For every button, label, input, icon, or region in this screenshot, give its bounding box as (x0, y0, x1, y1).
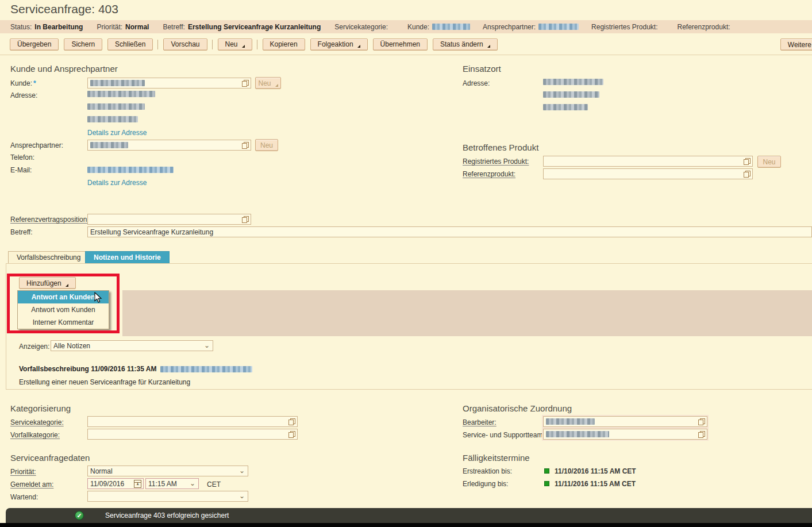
gemeldet-zeit-select[interactable]: 11:15 AM ⌄ (145, 478, 199, 489)
betreff-label: Betreff: (10, 228, 32, 236)
kopieren-button[interactable]: Kopieren (263, 39, 305, 51)
registriertes-produkt-input[interactable] (543, 156, 753, 167)
wartend-select[interactable]: ⌄ (87, 491, 248, 502)
success-check-icon: ✓ (75, 511, 84, 520)
uebergeben-button[interactable]: Übergeben (10, 39, 59, 51)
redacted-value (538, 24, 579, 30)
chevron-down-icon: ⌄ (239, 466, 245, 476)
redacted-value (87, 103, 145, 110)
prioritaet-select[interactable]: Normal ⌄ (87, 466, 248, 476)
uebernehmen-button[interactable]: Übernehmen (373, 39, 428, 51)
erledigung-value: 11/11/2016 11:15 AM CET (555, 480, 636, 488)
infobar-refprodukt-label: Referenzprodukt: (678, 23, 730, 31)
gemeldet-datum-input[interactable]: 11/09/2016 1 (87, 478, 144, 489)
value-help-copy-icon[interactable] (242, 142, 249, 149)
chevron-down-icon: ⌄ (190, 479, 195, 488)
redacted-value (87, 116, 138, 122)
note-entry-body: Erstellung einer neuen Serviceanfrage fü… (19, 378, 190, 386)
bottom-edge-strip (0, 523, 812, 527)
note-editor-area (122, 290, 812, 336)
bearbeiter-input[interactable] (543, 416, 707, 427)
kunde-input[interactable] (87, 78, 251, 89)
toolbar-divider (0, 55, 812, 55)
tab-notizen-und-historie[interactable]: Notizen und Historie (85, 251, 170, 264)
org-heading: Organisatorische Zuordnung (463, 403, 572, 413)
value-help-copy-icon[interactable] (242, 216, 249, 223)
einsatzort-adresse-label: Adresse: (463, 79, 490, 87)
vorschau-button[interactable]: Vorschau (163, 39, 207, 51)
due-status-icon (544, 468, 549, 474)
folgeaktion-button[interactable]: Folgeaktion (310, 39, 368, 51)
details-zur-adresse-link[interactable]: Details zur Adresse (87, 179, 147, 187)
referenzprodukt-input[interactable] (543, 168, 753, 179)
chevron-down-icon: ⌄ (239, 491, 245, 501)
sichern-button[interactable]: Sichern (64, 39, 102, 51)
status-aendern-button[interactable]: Status ändern (433, 39, 498, 51)
neu-button[interactable]: Neu (218, 39, 252, 51)
supportteam-input[interactable] (543, 429, 707, 440)
registriertes-produkt-label[interactable]: Registriertes Produkt: (463, 157, 529, 166)
faelligkeit-heading: Fälligkeitstermine (463, 453, 530, 463)
value-help-copy-icon[interactable] (744, 158, 751, 165)
referenzvertragsposition-label[interactable]: Referenzvertragsposition: (10, 216, 89, 224)
value-help-copy-icon[interactable] (744, 171, 751, 178)
infobar-regprodukt-label: Registriertes Produkt: (591, 23, 657, 31)
adresse-label: Adresse: (10, 91, 37, 99)
status-message: Serviceanfrage 403 erfolgreich gesichert (105, 511, 229, 520)
kunde-neu-button[interactable]: Neu (255, 77, 281, 89)
anzeigen-label: Anzeigen: (19, 343, 49, 351)
menu-arrow-icon (275, 84, 278, 87)
infobar-prio-label: Priorität: (97, 23, 122, 31)
erstreaktion-label: Erstreaktion bis: (463, 467, 512, 475)
value-help-copy-icon[interactable] (288, 431, 295, 438)
page-title: Serviceanfrage: 403 (10, 2, 118, 16)
redacted-value (87, 91, 155, 97)
schliessen-button[interactable]: Schließen (107, 39, 153, 51)
required-asterisk: * (33, 79, 36, 87)
menu-arrow-icon (242, 45, 245, 48)
erledigung-label: Erledigung bis: (463, 480, 508, 488)
gemeldet-am-label[interactable]: Gemeldet am: (10, 480, 53, 488)
redacted-value (90, 142, 128, 148)
infobar-status-value: In Bearbeitung (34, 23, 83, 31)
vorfallkategorie-input[interactable] (87, 429, 298, 440)
infobar-betreff-value: Erstellung Serviceanfrage Kurzanleitung (188, 23, 321, 31)
erstreaktion-value: 11/10/2016 11:15 AM CET (555, 467, 636, 475)
weitere-button[interactable]: Weitere M (780, 39, 812, 51)
servicekategorie-label[interactable]: Servicekategorie: (10, 418, 64, 426)
notes-filter-select[interactable]: Alle Notizen ⌄ (51, 340, 213, 351)
bearbeiter-label[interactable]: Bearbeiter: (463, 418, 497, 426)
kunde-section-heading: Kunde und Ansprechpartner (10, 64, 118, 74)
telefon-label: Telefon: (10, 153, 34, 161)
menu-arrow-icon (357, 45, 360, 48)
value-help-copy-icon[interactable] (288, 418, 295, 425)
toolbar-separator (157, 40, 158, 49)
infobar-ansprech-label: Ansprechpartner: (483, 23, 536, 31)
wartend-label: Wartend: (10, 493, 38, 501)
value-help-copy-icon[interactable] (698, 418, 705, 425)
calendar-icon[interactable]: 1 (134, 480, 141, 488)
tab-vorfallsbeschreibung[interactable]: Vorfallsbeschreibung (8, 251, 89, 264)
value-help-copy-icon[interactable] (698, 431, 705, 438)
betreff-input[interactable]: Erstellung Serviceanfrage Kurzanleitung (87, 226, 812, 237)
infobar-kunde-label: Kunde: (407, 23, 429, 31)
produkt-neu-button[interactable]: Neu (757, 156, 781, 168)
prioritaet-label[interactable]: Priorität: (10, 468, 36, 476)
due-status-icon (544, 481, 549, 486)
kategorisierung-heading: Kategorisierung (10, 403, 71, 413)
ansprechpartner-input[interactable] (87, 140, 251, 151)
infobar-servicekat-label: Servicekategorie: (334, 23, 388, 31)
kunde-label: Kunde:* (10, 79, 36, 87)
referenzprodukt-label[interactable]: Referenzprodukt: (463, 170, 515, 178)
details-zur-adresse-link[interactable]: Details zur Adresse (87, 129, 147, 137)
vorfallkategorie-label[interactable]: Vorfallkategorie: (10, 431, 60, 439)
email-label: E-Mail: (10, 166, 32, 174)
servicekategorie-input[interactable] (87, 416, 298, 427)
note-entry-header: Vorfallsbeschreibung 11/09/2016 11:35 AM (19, 365, 252, 373)
value-help-copy-icon[interactable] (242, 80, 249, 87)
ansprechpartner-neu-button[interactable]: Neu (255, 139, 278, 151)
redacted-value (90, 80, 145, 86)
redacted-value (543, 79, 603, 85)
redacted-value (432, 24, 470, 30)
referenzvertragsposition-input[interactable] (87, 214, 251, 225)
